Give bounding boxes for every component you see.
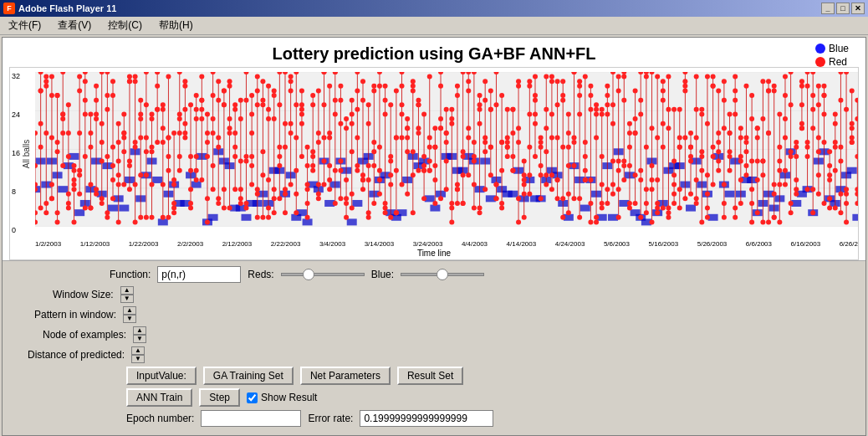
distance-down[interactable]: ▼ xyxy=(131,355,145,363)
window-size-down[interactable]: ▼ xyxy=(120,295,134,303)
x-tick-15: 6/6/2003 xyxy=(746,240,772,248)
window-size-spinner[interactable]: ▲ ▼ xyxy=(120,286,134,303)
node-up[interactable]: ▲ xyxy=(133,326,146,335)
epoch-input[interactable] xyxy=(201,410,301,427)
app-icon: F xyxy=(3,3,15,14)
distance-spinner[interactable]: ▲ ▼ xyxy=(131,346,145,363)
window-size-up[interactable]: ▲ xyxy=(120,286,134,295)
show-result-label: Show Result xyxy=(261,392,317,403)
node-down[interactable]: ▼ xyxy=(133,335,146,343)
y-tick-16: 16 xyxy=(12,149,20,157)
pattern-spinner[interactable]: ▲ ▼ xyxy=(123,306,136,323)
y-tick-0: 0 xyxy=(12,226,20,234)
input-value-button[interactable]: InputValue: xyxy=(126,367,197,385)
x-tick-12: 5/6/2003 xyxy=(604,240,630,248)
title-bar: F Adobe Flash Player 11 _ □ ✕ xyxy=(0,0,868,17)
chart-title: Lottery prediction using GA+BF ANN+FL xyxy=(272,44,595,64)
function-input[interactable] xyxy=(157,266,241,283)
ga-training-button[interactable]: GA Training Set xyxy=(203,367,294,385)
x-tick-2: 1/22/2003 xyxy=(129,240,159,248)
epoch-label: Epoch number: xyxy=(126,413,194,424)
node-label: Node of examples: xyxy=(43,329,126,341)
minimize-button[interactable]: _ xyxy=(821,3,835,14)
x-tick-11: 4/24/2003 xyxy=(555,240,585,248)
node-spinner[interactable]: ▲ ▼ xyxy=(133,326,146,343)
menu-help[interactable]: 帮助(H) xyxy=(154,17,198,34)
x-tick-9: 4/4/2003 xyxy=(462,240,488,248)
x-tick-0: 1/2/2003 xyxy=(35,240,61,248)
y-tick-24: 24 xyxy=(12,110,20,119)
error-label: Error rate: xyxy=(308,413,353,424)
ann-train-button[interactable]: ANN Train xyxy=(126,388,192,407)
maximize-button[interactable]: □ xyxy=(836,3,850,14)
chart-title-area: Lottery prediction using GA+BF ANN+FL Bl… xyxy=(3,38,865,67)
error-input[interactable] xyxy=(360,410,493,427)
legend: Blue Red xyxy=(815,43,849,68)
pattern-up[interactable]: ▲ xyxy=(123,306,136,315)
legend-red: Red xyxy=(815,56,849,68)
menu-view[interactable]: 查看(V) xyxy=(53,17,96,34)
legend-blue: Blue xyxy=(815,43,849,54)
app-title: Adobe Flash Player 11 xyxy=(18,3,116,13)
x-tick-3: 2/2/2003 xyxy=(177,240,203,248)
close-button[interactable]: ✕ xyxy=(851,3,865,14)
reds-label: Reds: xyxy=(248,269,273,280)
x-tick-10: 4/14/2003 xyxy=(507,240,537,248)
x-tick-7: 3/14/2003 xyxy=(365,240,395,248)
distance-up[interactable]: ▲ xyxy=(131,346,145,355)
x-tick-13: 5/16/2003 xyxy=(649,240,679,248)
y-axis-label: All balls xyxy=(22,140,31,168)
menu-file[interactable]: 文件(F) xyxy=(3,17,46,34)
show-result-checkbox[interactable] xyxy=(247,392,258,403)
x-axis-label: Time line xyxy=(417,249,451,258)
x-tick-1: 1/12/2003 xyxy=(80,240,110,248)
x-tick-4: 2/12/2003 xyxy=(222,240,253,248)
reds-slider[interactable] xyxy=(281,273,365,276)
distance-label: Distance of predicted: xyxy=(28,349,125,361)
pattern-down[interactable]: ▼ xyxy=(123,315,136,323)
main-content: Lottery prediction using GA+BF ANN+FL Bl… xyxy=(2,37,866,436)
blue-slider[interactable] xyxy=(401,273,484,276)
blue-label: Blue: xyxy=(371,269,394,280)
menu-bar: 文件(F) 查看(V) 控制(C) 帮助(H) xyxy=(0,17,868,35)
show-result-checkbox-label[interactable]: Show Result xyxy=(247,392,317,403)
controls-area: Function: Reds: Blue: Window Size: ▲ ▼ P… xyxy=(3,260,865,435)
net-parameters-button[interactable]: Net Parameters xyxy=(300,367,391,385)
result-set-button[interactable]: Result Set xyxy=(397,367,463,385)
chart-container: All balls 32 24 16 8 0 Time line 1/2/200… xyxy=(9,67,859,260)
x-tick-16: 6/16/2003 xyxy=(791,240,821,248)
y-tick-32: 32 xyxy=(12,72,20,80)
x-tick-8: 3/24/2003 xyxy=(413,240,443,248)
pattern-label: Pattern in window: xyxy=(34,309,116,321)
y-tick-8: 8 xyxy=(12,187,20,196)
x-tick-14: 5/26/2003 xyxy=(697,240,728,248)
step-button[interactable]: Step xyxy=(199,388,240,407)
menu-control[interactable]: 控制(C) xyxy=(103,17,147,34)
x-tick-17: 6/26/2 xyxy=(840,240,858,248)
x-tick-6: 3/4/2003 xyxy=(319,240,345,248)
window-size-label: Window Size: xyxy=(53,289,114,300)
x-tick-5: 2/22/2003 xyxy=(271,240,301,248)
function-label: Function: xyxy=(110,269,151,280)
